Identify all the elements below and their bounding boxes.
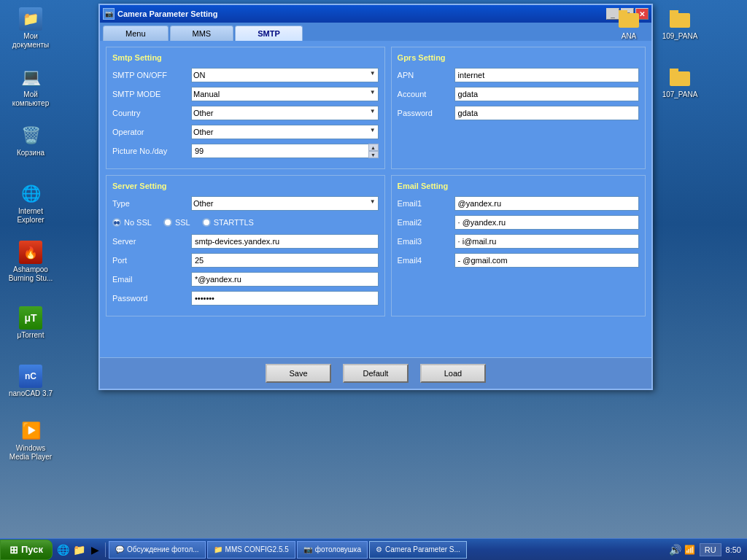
start-label: Пуск: [21, 544, 43, 555]
server-email-label: Email: [112, 275, 185, 284]
bottom-panels-row: Server Setting Type Other No: [106, 175, 646, 316]
desktop-icon-nanocad[interactable]: nC nanoCAD 3.7: [7, 365, 54, 398]
desktop-icon-my-computer[interactable]: 💻 Мой компьютер: [7, 66, 54, 108]
quicklaunch-ie[interactable]: 🌐: [55, 542, 70, 557]
country-select[interactable]: Other: [191, 106, 379, 120]
save-button[interactable]: Save: [266, 364, 331, 383]
port-label: Port: [112, 256, 185, 265]
smtp-setting-title: Smtp Setting: [112, 53, 379, 62]
dialog-footer: Save Default Load: [100, 357, 651, 389]
taskbar-item-0[interactable]: 💬 Обсуждение фотол...: [109, 541, 206, 559]
tab-menu[interactable]: Menu: [103, 26, 169, 41]
picno-input[interactable]: [191, 144, 379, 158]
tab-mms[interactable]: MMS: [170, 26, 234, 41]
email2-row: Email2: [398, 215, 639, 230]
server-input[interactable]: [191, 234, 379, 249]
load-button[interactable]: Load: [420, 364, 486, 383]
smtp-mode-select[interactable]: Manual Auto: [191, 87, 379, 101]
tab-smtp[interactable]: SMTP: [235, 26, 303, 41]
taskbar-item-1[interactable]: 📁 MMS CONFIG2.5.5: [207, 541, 295, 559]
ssl-option[interactable]: SSL: [163, 218, 190, 227]
desktop-icon-ashampoo[interactable]: 🔥 Ashampoo Burning Stu...: [7, 241, 54, 283]
taskbar-items: 💬 Обсуждение фотол... 📁 MMS CONFIG2.5.5 …: [106, 539, 663, 560]
ssl-radio[interactable]: [163, 218, 172, 227]
server-email-input[interactable]: [191, 272, 379, 287]
starttls-radio[interactable]: [202, 218, 211, 227]
email3-input[interactable]: [454, 234, 639, 249]
starttls-option[interactable]: STARTTLS: [202, 218, 254, 227]
apn-label: APN: [398, 71, 449, 79]
svg-rect-0: [619, 13, 639, 28]
email1-input[interactable]: [454, 196, 639, 211]
operator-select[interactable]: Other: [191, 125, 379, 139]
server-email-row: Email: [112, 272, 379, 287]
server-label: Server: [112, 237, 185, 246]
ie-icon: 🌐: [19, 182, 42, 206]
email4-input[interactable]: [454, 253, 639, 268]
top-panels-row: Smtp Setting SMTP ON/OFF ON OFF SMTP MOD…: [106, 47, 646, 169]
taskbar-item-label-3: Camera Parameter S...: [385, 545, 460, 553]
smtp-onoff-select[interactable]: ON OFF: [191, 68, 379, 82]
email2-input[interactable]: [454, 215, 639, 230]
server-type-select-wrapper: Other: [191, 196, 379, 211]
109pana-label: 109_PANA: [662, 32, 698, 41]
camera-parameter-dialog: 📷 Camera Parameter Setting _ □ ✕ Menu MM…: [98, 4, 653, 390]
svg-rect-5: [670, 69, 678, 73]
tray-icon-1: 🔊: [669, 544, 681, 556]
system-tray: 🔊 📶: [669, 544, 695, 556]
tabs-bar: Menu MMS SMTP: [100, 23, 651, 41]
desktop-icon-my-documents[interactable]: 📁 Мои документы: [7, 7, 54, 50]
apn-row: APN: [398, 68, 639, 82]
taskbar-right: 🔊 📶 RU 8:50: [663, 543, 747, 556]
start-button[interactable]: ⊞ Пуск: [0, 540, 53, 560]
no-ssl-option[interactable]: No SSL: [112, 218, 152, 227]
operator-select-wrapper: Other: [191, 125, 379, 139]
operator-row: Operator Other: [112, 125, 379, 139]
gprs-password-input[interactable]: [454, 106, 639, 120]
port-row: Port: [112, 253, 379, 268]
recycle-label: Корзина: [17, 149, 44, 158]
port-input[interactable]: [191, 253, 379, 268]
taskbar: ⊞ Пуск 🌐 📁 ▶ 💬 Обсуждение фотол... 📁 MMS…: [0, 538, 747, 560]
dialog-content: Smtp Setting SMTP ON/OFF ON OFF SMTP MOD…: [100, 41, 651, 357]
taskbar-item-3[interactable]: ⚙ Camera Parameter S...: [369, 541, 467, 559]
desktop-icon-109pana[interactable]: 109_PANA: [657, 7, 703, 41]
desktop-icon-recycle[interactable]: 🗑️ Корзина: [7, 124, 54, 158]
language-indicator[interactable]: RU: [700, 543, 721, 556]
picno-spin-up[interactable]: ▲: [368, 144, 379, 151]
desktop-icon-utorrent[interactable]: μT μTorrent: [7, 306, 54, 340]
quick-launch: 🌐 📁 ▶: [53, 542, 106, 557]
default-button[interactable]: Default: [343, 364, 409, 383]
wmp-icon: ▶️: [19, 419, 42, 443]
desktop-icon-107pana[interactable]: 107_PANA: [657, 66, 703, 99]
recycle-icon: 🗑️: [19, 124, 42, 147]
server-setting-panel: Server Setting Type Other No: [106, 175, 385, 316]
no-ssl-radio[interactable]: [112, 218, 121, 227]
email-setting-title: Email Setting: [398, 182, 639, 190]
picno-spin-down[interactable]: ▼: [368, 151, 379, 158]
account-input[interactable]: [454, 87, 639, 101]
gprs-setting-panel: Gprs Setting APN Account Password: [391, 47, 646, 169]
smtp-setting-panel: Smtp Setting SMTP ON/OFF ON OFF SMTP MOD…: [106, 47, 385, 169]
my-documents-label: Мои документы: [7, 32, 54, 50]
taskbar-item-label-0: Обсуждение фотол...: [127, 545, 199, 553]
country-row: Country Other: [112, 106, 379, 120]
taskbar-item-label-1: MMS CONFIG2.5.5: [225, 545, 289, 553]
utorrent-icon: μT: [19, 306, 42, 330]
desktop-icon-wmp[interactable]: ▶️ Windows Media Player: [7, 419, 54, 462]
account-row: Account: [398, 87, 639, 101]
bottom-spacer: [106, 322, 646, 351]
quicklaunch-media[interactable]: ▶: [88, 542, 102, 557]
taskbar-item-2[interactable]: 📷 фотоловушка: [297, 541, 368, 559]
desktop-icon-ana[interactable]: ANA: [605, 7, 652, 41]
my-computer-label: Мой компьютер: [7, 90, 54, 108]
server-type-select[interactable]: Other: [191, 196, 379, 211]
taskbar-item-icon-3: ⚙: [376, 545, 382, 553]
quicklaunch-folder[interactable]: 📁: [71, 542, 86, 557]
desktop-icon-ie[interactable]: 🌐 Internet Explorer: [7, 182, 54, 225]
taskbar-item-icon-1: 📁: [214, 545, 222, 553]
server-password-input[interactable]: [191, 291, 379, 306]
server-row: Server: [112, 234, 379, 249]
apn-input[interactable]: [454, 68, 639, 82]
email4-label: Email4: [398, 256, 449, 265]
